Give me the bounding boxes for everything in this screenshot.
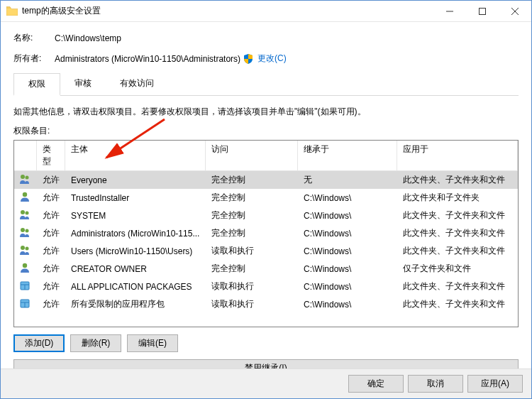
cell-access: 读取和执行 <box>206 244 298 258</box>
cell-type: 允许 <box>37 209 65 222</box>
cell-applies: 此文件夹、子文件夹和文件 <box>397 297 518 311</box>
principal-icon <box>14 261 37 277</box>
cell-principal: Everyone <box>65 175 206 186</box>
minimize-button[interactable] <box>433 1 466 22</box>
svg-point-9 <box>26 212 29 215</box>
cell-inherited: C:\Windows\ <box>298 210 397 222</box>
cell-access: 读取和执行 <box>206 280 298 293</box>
ok-button[interactable]: 确定 <box>348 375 404 393</box>
cell-access: 完全控制 <box>206 226 298 240</box>
cell-principal: CREATOR OWNER <box>65 263 206 275</box>
cell-principal: ALL APPLICATION PACKAGES <box>65 281 206 293</box>
tab-effective-access[interactable]: 有效访问 <box>106 73 168 95</box>
table-row[interactable]: 允许SYSTEM完全控制C:\Windows\此文件夹、子文件夹和文件 <box>14 207 518 224</box>
svg-point-14 <box>23 263 27 268</box>
principal-icon <box>14 207 37 224</box>
cell-applies: 此文件夹、子文件夹和文件 <box>397 226 518 240</box>
permissions-table: 类型 主体 访问 继承于 应用于 允许Everyone完全控制无此文件夹、子文件… <box>13 140 519 327</box>
table-header: 类型 主体 访问 继承于 应用于 <box>14 141 518 171</box>
table-row[interactable]: 允许Everyone完全控制无此文件夹、子文件夹和文件 <box>14 171 518 189</box>
table-row[interactable]: 允许Users (MicroWin10-1150\Users)读取和执行C:\W… <box>14 242 518 260</box>
cell-principal: SYSTEM <box>65 210 206 222</box>
cell-inherited: C:\Windows\ <box>298 281 397 293</box>
dialog-button-bar: 确定 取消 应用(A) <box>1 368 531 398</box>
svg-point-11 <box>26 229 29 233</box>
shield-icon <box>243 54 253 64</box>
cell-principal: 所有受限制的应用程序包 <box>65 297 206 311</box>
name-value: C:\Windows\temp <box>55 33 121 43</box>
maximize-button[interactable] <box>466 1 499 22</box>
apply-button[interactable]: 应用(A) <box>467 375 523 393</box>
svg-rect-1 <box>480 8 486 14</box>
col-applies[interactable]: 应用于 <box>397 141 518 170</box>
name-label: 名称: <box>13 32 55 44</box>
principal-icon <box>14 190 37 206</box>
table-row[interactable]: 允许TrustedInstaller完全控制C:\Windows\此文件夹和子文… <box>14 189 518 207</box>
owner-value: Administrators (MicroWin10-1150\Administ… <box>55 54 240 64</box>
titlebar: temp的高级安全设置 <box>1 1 531 22</box>
cell-access: 完全控制 <box>206 173 298 187</box>
cell-applies: 此文件夹和子文件夹 <box>397 191 518 204</box>
cell-inherited: 无 <box>298 173 397 187</box>
col-principal[interactable]: 主体 <box>65 141 206 170</box>
perm-entries-label: 权限条目: <box>13 125 519 137</box>
col-access[interactable]: 访问 <box>206 141 298 170</box>
cell-inherited: C:\Windows\ <box>298 299 397 310</box>
cell-applies: 此文件夹、子文件夹和文件 <box>397 209 518 222</box>
cell-applies: 此文件夹、子文件夹和文件 <box>397 244 518 258</box>
cancel-button[interactable]: 取消 <box>408 375 463 393</box>
edit-button[interactable]: 编辑(E) <box>127 334 178 352</box>
svg-point-10 <box>21 228 25 232</box>
cell-inherited: C:\Windows\ <box>298 246 397 257</box>
folder-icon <box>6 6 18 16</box>
svg-point-13 <box>26 247 29 251</box>
remove-button[interactable]: 删除(R) <box>70 334 121 352</box>
owner-label: 所有者: <box>13 53 55 65</box>
cell-principal: Administrators (MicroWin10-115... <box>65 228 206 239</box>
cell-inherited: C:\Windows\ <box>298 263 397 275</box>
cell-type: 允许 <box>37 191 65 204</box>
svg-point-8 <box>21 210 25 214</box>
cell-principal: Users (MicroWin10-1150\Users) <box>65 246 206 257</box>
tab-permissions[interactable]: 权限 <box>13 73 60 96</box>
cell-access: 完全控制 <box>206 191 298 204</box>
tab-strip: 权限 审核 有效访问 <box>13 73 519 96</box>
cell-applies: 此文件夹、子文件夹和文件 <box>397 173 518 187</box>
instruction-text: 如需其他信息，请双击权限项目。若要修改权限项目，请选择该项目并单击"编辑"(如果… <box>13 106 519 118</box>
col-type[interactable]: 类型 <box>37 141 65 170</box>
cell-type: 允许 <box>37 173 65 187</box>
cell-access: 完全控制 <box>206 262 298 275</box>
cell-type: 允许 <box>37 280 65 293</box>
table-row[interactable]: 允许所有受限制的应用程序包读取和执行C:\Windows\此文件夹、子文件夹和文… <box>14 295 518 313</box>
cell-access: 读取和执行 <box>206 297 298 311</box>
principal-icon <box>14 296 37 312</box>
svg-point-5 <box>21 175 25 179</box>
close-button[interactable] <box>499 1 531 22</box>
cell-access: 完全控制 <box>206 209 298 222</box>
col-inherited[interactable]: 继承于 <box>298 141 397 170</box>
cell-applies: 仅子文件夹和文件 <box>397 262 518 275</box>
cell-applies: 此文件夹、子文件夹和文件 <box>397 280 518 293</box>
table-row[interactable]: 允许CREATOR OWNER完全控制C:\Windows\仅子文件夹和文件 <box>14 260 518 278</box>
svg-point-6 <box>26 176 29 180</box>
svg-point-12 <box>21 246 25 250</box>
principal-icon <box>14 278 37 295</box>
cell-inherited: C:\Windows\ <box>298 192 397 204</box>
svg-point-7 <box>23 192 27 197</box>
principal-icon <box>14 243 37 259</box>
window-title: temp的高级安全设置 <box>22 5 433 17</box>
table-row[interactable]: 允许ALL APPLICATION PACKAGES读取和执行C:\Window… <box>14 278 518 295</box>
cell-inherited: C:\Windows\ <box>298 228 397 239</box>
cell-type: 允许 <box>37 297 65 311</box>
cell-type: 允许 <box>37 244 65 258</box>
cell-principal: TrustedInstaller <box>65 192 206 204</box>
add-button[interactable]: 添加(D) <box>13 334 65 352</box>
tab-auditing[interactable]: 审核 <box>60 73 106 95</box>
table-row[interactable]: 允许Administrators (MicroWin10-115...完全控制C… <box>14 224 518 242</box>
cell-type: 允许 <box>37 262 65 275</box>
principal-icon <box>14 172 37 188</box>
cell-type: 允许 <box>37 226 65 240</box>
change-owner-link[interactable]: 更改(C) <box>257 53 287 65</box>
principal-icon <box>14 225 37 241</box>
